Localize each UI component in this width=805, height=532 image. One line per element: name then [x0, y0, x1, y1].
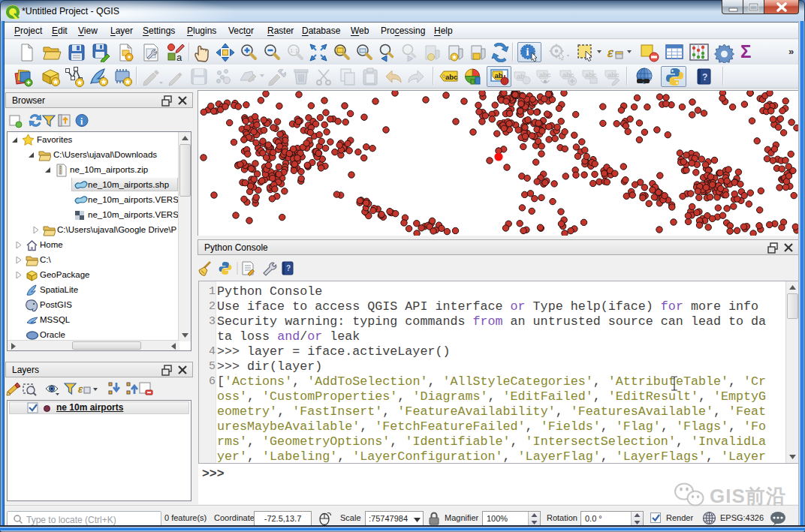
svg-text:1:1: 1:1 [290, 47, 299, 54]
svg-text:ε: ε [78, 383, 83, 395]
svg-text:a: a [176, 52, 182, 62]
svg-text:?: ? [702, 72, 707, 83]
svg-text:?: ? [286, 264, 291, 272]
svg-text:abc: abc [539, 71, 551, 79]
svg-text:abc: abc [608, 71, 620, 79]
svg-text:i: i [526, 47, 529, 58]
svg-text:abc: abc [445, 73, 457, 81]
svg-text:abc: abc [585, 71, 597, 79]
svg-text:ε: ε [608, 44, 614, 60]
